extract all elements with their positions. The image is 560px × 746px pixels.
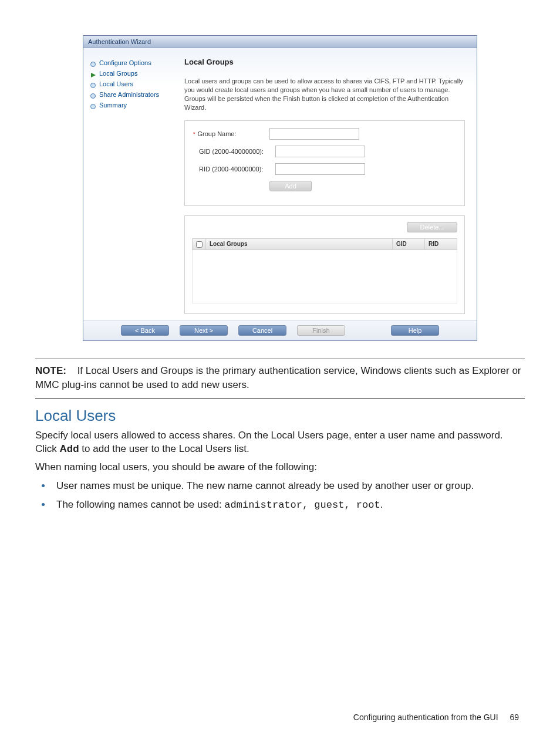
sidebar-item-share-administrators[interactable]: Share Administrators bbox=[90, 90, 178, 99]
wizard-window: Authentication Wizard Configure Options … bbox=[83, 35, 477, 341]
col-gid: GID bbox=[393, 239, 425, 249]
section-heading-local-users: Local Users bbox=[35, 407, 525, 425]
sidebar-item-label: Summary bbox=[99, 101, 127, 109]
sidebar-item-label: Share Administrators bbox=[99, 90, 159, 99]
wizard-main: Local Groups Local users and groups can … bbox=[181, 48, 477, 320]
form-box: * Group Name: GID (2000-40000000): R bbox=[184, 120, 465, 206]
back-button[interactable]: < Back bbox=[121, 325, 169, 336]
arrow-icon bbox=[90, 71, 96, 76]
list-item: The following names cannot be used: admi… bbox=[52, 497, 525, 513]
gid-label: GID (2000-40000000): bbox=[199, 148, 264, 155]
sidebar-item-label: Local Groups bbox=[99, 69, 137, 77]
table-body bbox=[192, 250, 457, 303]
col-rid: RID bbox=[425, 239, 457, 249]
bullet-icon bbox=[90, 60, 96, 66]
wizard-sidebar: Configure Options Local Groups Local Use… bbox=[83, 48, 181, 320]
wizard-title-text: Authentication Wizard bbox=[88, 38, 151, 45]
sidebar-item-label: Local Users bbox=[99, 80, 133, 88]
main-heading: Local Groups bbox=[184, 58, 465, 66]
paragraph: Specify local users allowed to access sh… bbox=[35, 428, 525, 455]
group-name-label: Group Name: bbox=[198, 130, 237, 137]
divider bbox=[35, 398, 525, 399]
rid-label: RID (2000-40000000): bbox=[199, 166, 263, 173]
paragraph: When naming local users, you should be a… bbox=[35, 460, 525, 474]
delete-button[interactable]: Delete... bbox=[407, 222, 457, 232]
rid-input[interactable] bbox=[275, 163, 365, 175]
group-name-input[interactable] bbox=[269, 128, 359, 140]
sidebar-item-local-users[interactable]: Local Users bbox=[90, 80, 178, 88]
add-button[interactable]: Add bbox=[269, 181, 312, 191]
note-label: NOTE: bbox=[35, 365, 66, 376]
sidebar-item-label: Configure Options bbox=[99, 59, 151, 67]
select-all-checkbox[interactable] bbox=[196, 241, 203, 248]
groups-table-box: Delete... Local Groups GID RID bbox=[184, 215, 465, 314]
sidebar-item-summary[interactable]: Summary bbox=[90, 101, 178, 109]
finish-button: Finish bbox=[297, 325, 345, 336]
page-number: 69 bbox=[510, 713, 519, 722]
help-button[interactable]: Help bbox=[391, 325, 439, 336]
bullet-list: User names must be unique. The new name … bbox=[52, 478, 525, 513]
bullet-icon bbox=[90, 103, 96, 108]
footer-text: Configuring authentication from the GUI bbox=[353, 713, 498, 722]
bullet-icon bbox=[90, 82, 96, 87]
table-header: Local Groups GID RID bbox=[192, 238, 457, 250]
page-footer: Configuring authentication from the GUI … bbox=[35, 713, 525, 722]
next-button[interactable]: Next > bbox=[180, 325, 228, 336]
header-checkbox-cell bbox=[193, 239, 206, 249]
wizard-footer: < Back Next > Cancel Finish Help bbox=[83, 320, 477, 340]
note-block: NOTE: If Local Users and Groups is the p… bbox=[35, 359, 525, 398]
col-local-groups: Local Groups bbox=[206, 239, 393, 249]
main-description: Local users and groups can be used to al… bbox=[184, 77, 465, 112]
cancel-button[interactable]: Cancel bbox=[238, 325, 286, 336]
sidebar-item-local-groups[interactable]: Local Groups bbox=[90, 69, 178, 77]
required-icon: * bbox=[193, 131, 195, 137]
sidebar-item-configure-options[interactable]: Configure Options bbox=[90, 59, 178, 67]
note-text: If Local Users and Groups is the primary… bbox=[35, 365, 521, 390]
gid-input[interactable] bbox=[275, 146, 365, 157]
wizard-title-bar: Authentication Wizard bbox=[83, 36, 477, 48]
bullet-icon bbox=[90, 92, 96, 97]
list-item: User names must be unique. The new name … bbox=[52, 478, 525, 494]
